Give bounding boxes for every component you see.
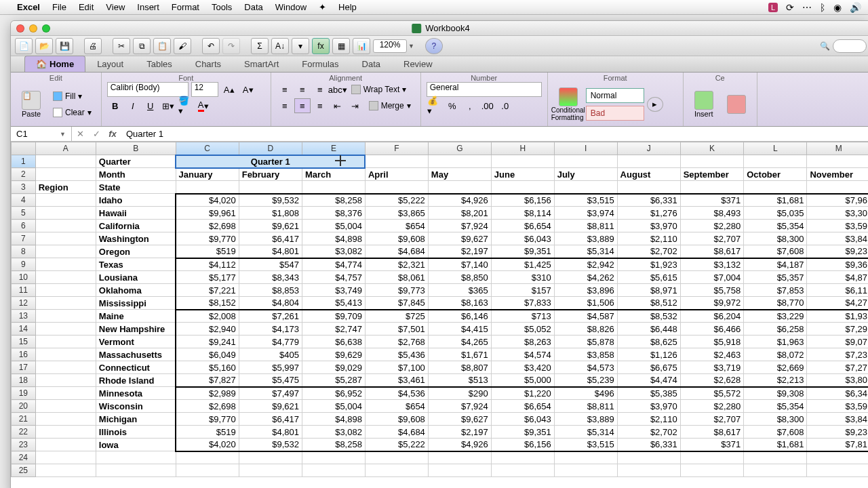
cell[interactable]	[807, 155, 868, 168]
cell[interactable]	[35, 374, 96, 387]
cell[interactable]: $3,84	[807, 413, 868, 426]
bluetooth-icon[interactable]: ᛒ	[820, 2, 825, 13]
cell[interactable]: $9,972	[680, 297, 744, 310]
col-header[interactable]: G	[428, 142, 491, 155]
cell[interactable]: $4,187	[744, 258, 807, 271]
cell[interactable]: $4,779	[239, 336, 302, 348]
cell[interactable]: $4,112	[176, 258, 239, 271]
cell[interactable]	[428, 155, 491, 168]
cell[interactable]: $2,628	[680, 374, 744, 387]
cell[interactable]: February	[239, 168, 302, 181]
row-header[interactable]: 5	[12, 207, 36, 220]
menu-format[interactable]: Format	[172, 2, 199, 12]
col-header[interactable]: M	[807, 142, 868, 155]
cell[interactable]: $5,615	[617, 271, 680, 284]
cell[interactable]: $4,27	[807, 297, 868, 310]
cell[interactable]: $4,020	[176, 439, 239, 451]
cell[interactable]: $7,221	[176, 284, 239, 297]
cell[interactable]: $2,768	[365, 336, 428, 348]
cell[interactable]	[35, 245, 96, 258]
cell[interactable]	[35, 400, 96, 413]
cell[interactable]	[302, 464, 366, 477]
cell[interactable]: $1,126	[617, 348, 680, 361]
cell[interactable]	[35, 323, 96, 336]
cell[interactable]: Month	[96, 168, 176, 181]
styles-more-icon[interactable]: ▸	[647, 97, 663, 112]
cell[interactable]: $5,354	[744, 400, 807, 413]
cell[interactable]: $5,572	[680, 387, 744, 400]
cell[interactable]: $9,608	[365, 413, 428, 426]
cell[interactable]: $9,627	[428, 413, 491, 426]
cell[interactable]: $2,940	[176, 323, 239, 336]
cell[interactable]: $4,926	[428, 439, 491, 451]
row-header[interactable]: 9	[12, 258, 36, 271]
cell[interactable]	[554, 451, 617, 464]
align-bot-icon[interactable]: ≡	[312, 82, 328, 97]
cell[interactable]: $9,029	[302, 361, 366, 374]
cell[interactable]	[35, 336, 96, 348]
menu-help[interactable]: Help	[338, 2, 357, 12]
cell[interactable]: $3,132	[680, 258, 744, 271]
cell[interactable]: Rhode Island	[96, 374, 176, 387]
cell[interactable]: $7,29	[807, 323, 868, 336]
cell[interactable]: $8,258	[302, 439, 366, 451]
cell[interactable]: $3,082	[302, 245, 366, 258]
fx-button[interactable]: fx	[104, 129, 121, 139]
cell[interactable]: $2,747	[302, 323, 366, 336]
cell[interactable]: $2,321	[365, 258, 428, 271]
inc-decimal-icon[interactable]: .00	[479, 98, 496, 113]
cell[interactable]: Mississippi	[96, 297, 176, 310]
cell[interactable]: $9,770	[176, 413, 239, 426]
cell[interactable]: November	[807, 168, 868, 181]
cell[interactable]: $8,617	[680, 426, 744, 439]
cell[interactable]: $371	[680, 439, 744, 451]
fx-icon[interactable]: fx	[312, 38, 330, 54]
wrap-text-button[interactable]: Wrap Text ▾	[347, 82, 411, 97]
cell[interactable]: $8,152	[176, 297, 239, 310]
merge-button[interactable]: Merge ▾	[365, 98, 415, 113]
cell[interactable]: Massachusetts	[96, 348, 176, 361]
row-header[interactable]: 15	[12, 336, 36, 348]
font-size-combo[interactable]: 12	[191, 82, 218, 97]
cell[interactable]	[35, 297, 96, 310]
col-header[interactable]: J	[617, 142, 680, 155]
cell[interactable]: $5,475	[239, 374, 302, 387]
menu-window[interactable]: Window	[275, 2, 307, 12]
cell[interactable]: Wisconsin	[96, 400, 176, 413]
conditional-formatting-button[interactable]: Conditional Formatting	[553, 85, 583, 124]
cell[interactable]: $6,654	[491, 220, 554, 232]
cell[interactable]: $5,436	[365, 348, 428, 361]
cell[interactable]: $8,072	[744, 348, 807, 361]
cell[interactable]	[239, 181, 302, 194]
cell[interactable]: $3,970	[617, 220, 680, 232]
tab-data[interactable]: Data	[351, 56, 392, 72]
cell[interactable]: $6,466	[680, 323, 744, 336]
cell[interactable]: $8,971	[617, 284, 680, 297]
cell[interactable]	[35, 426, 96, 439]
cell[interactable]: $9,627	[428, 232, 491, 245]
cell[interactable]: $1,425	[491, 258, 554, 271]
cell[interactable]: $4,926	[428, 194, 491, 207]
align-right-icon[interactable]: ≡	[312, 98, 328, 113]
row-header[interactable]: 8	[12, 245, 36, 258]
cell[interactable]: $7,833	[491, 297, 554, 310]
cell[interactable]: Iowa	[96, 439, 176, 451]
cell[interactable]: $7,827	[176, 374, 239, 387]
cell[interactable]: $6,448	[617, 323, 680, 336]
col-header[interactable]: C	[176, 142, 239, 155]
cell[interactable]: $7,140	[428, 258, 491, 271]
row-header[interactable]: 22	[12, 426, 36, 439]
cell[interactable]: $8,163	[428, 297, 491, 310]
cell[interactable]: $6,331	[617, 439, 680, 451]
cell[interactable]: $2,110	[617, 413, 680, 426]
cell[interactable]	[680, 464, 744, 477]
cell[interactable]	[807, 451, 868, 464]
cell[interactable]: July	[554, 168, 617, 181]
filter-icon[interactable]: ▾	[292, 38, 309, 54]
cell[interactable]	[302, 181, 366, 194]
cell[interactable]	[617, 155, 680, 168]
row-header[interactable]: 25	[12, 464, 36, 477]
cell[interactable]: $4,898	[302, 232, 366, 245]
cell[interactable]	[176, 181, 239, 194]
cell[interactable]: Connecticut	[96, 361, 176, 374]
